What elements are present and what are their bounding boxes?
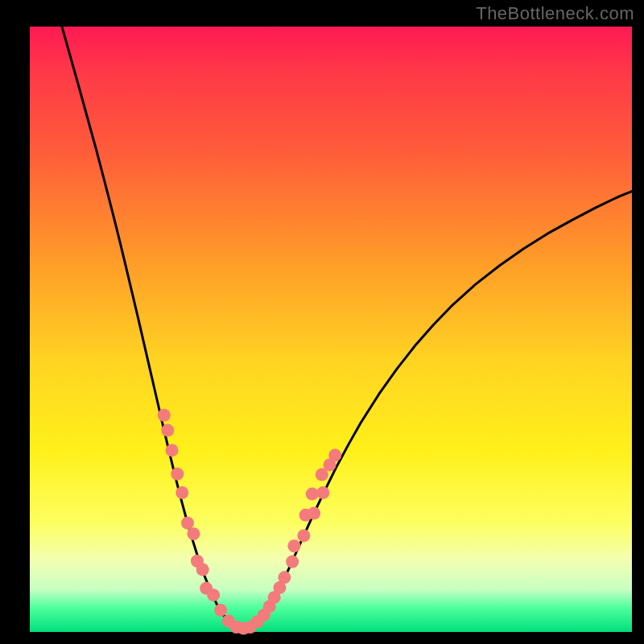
plot-gradient-background bbox=[30, 27, 632, 632]
chart-stage: TheBottleneck.com bbox=[0, 0, 644, 644]
watermark-text: TheBottleneck.com bbox=[476, 3, 634, 24]
